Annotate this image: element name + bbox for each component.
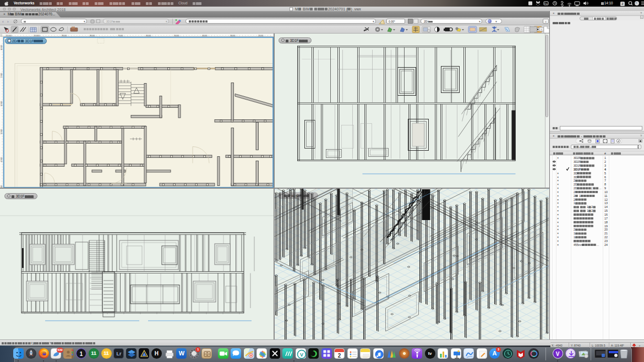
svg-text:2: 2 — [574, 198, 575, 201]
svg-text:12: 12 — [604, 198, 608, 201]
svg-text:2: 2 — [574, 194, 575, 197]
svg-text:4: 4 — [604, 167, 606, 171]
svg-text:23: 23 — [604, 239, 608, 242]
svg-text:×: × — [557, 205, 559, 209]
svg-text:×: × — [557, 183, 559, 186]
svg-text:7000: 7000 — [0, 73, 3, 78]
svg-text:7: 7 — [604, 179, 606, 182]
svg-text:×: × — [557, 201, 559, 205]
svg-text:11: 11 — [604, 194, 608, 197]
svg-text:8000: 8000 — [0, 45, 3, 50]
svg-text:6: 6 — [604, 175, 606, 178]
svg-text:1: 1 — [579, 194, 581, 197]
svg-text:×: × — [557, 216, 559, 220]
svg-text:2: 2 — [591, 205, 593, 209]
svg-text:×: × — [557, 194, 559, 197]
svg-text:8: 8 — [604, 183, 606, 186]
svg-text:20: 20 — [604, 228, 608, 231]
svg-text:7000: 7000 — [118, 34, 123, 36]
svg-text:1: 1 — [587, 205, 588, 209]
svg-text:×: × — [557, 190, 559, 193]
svg-text:2: 2 — [591, 209, 593, 212]
svg-text:18: 18 — [604, 220, 608, 223]
svg-text:×: × — [557, 228, 559, 231]
svg-text:2: 2 — [574, 228, 575, 231]
svg-text:×: × — [557, 175, 559, 178]
svg-text:…: … — [596, 243, 599, 246]
svg-text:16: 16 — [604, 213, 608, 216]
svg-text:V: V — [299, 352, 303, 358]
svg-text:(: ( — [591, 187, 592, 190]
svg-text:×: × — [557, 235, 559, 239]
svg-text:6000: 6000 — [146, 34, 151, 36]
svg-text:19: 19 — [604, 224, 608, 227]
svg-text:×: × — [557, 198, 559, 201]
svg-text:3D: 3D — [574, 175, 577, 178]
svg-text:×: × — [557, 239, 559, 242]
svg-text:5: 5 — [604, 171, 606, 174]
svg-text:3D2F: 3D2F — [574, 156, 581, 160]
svg-text:5000: 5000 — [0, 129, 3, 134]
svg-text:2: 2 — [604, 160, 606, 163]
svg-text:3D: 3D — [574, 171, 577, 174]
svg-text:×: × — [557, 209, 559, 212]
svg-text:5000: 5000 — [174, 34, 179, 36]
svg-text:×: × — [557, 187, 559, 190]
svg-text:14: 14 — [604, 205, 608, 209]
svg-text:×: × — [557, 213, 559, 216]
svg-text:9: 9 — [604, 187, 606, 190]
svg-text:11000: 11000 — [6, 34, 12, 36]
svg-text:2: 2 — [574, 179, 575, 182]
svg-text:21: 21 — [604, 232, 608, 235]
svg-text:3000: 3000 — [230, 34, 236, 36]
svg-text:2D: 2D — [574, 187, 577, 190]
svg-text:4000: 4000 — [202, 34, 208, 36]
svg-text:9000: 9000 — [62, 34, 67, 36]
svg-text:…: … — [599, 187, 602, 190]
svg-text:8000: 8000 — [90, 34, 95, 36]
svg-text:Pw: Pw — [544, 2, 548, 5]
svg-text:×: × — [557, 179, 559, 182]
svg-text:2D: 2D — [574, 183, 577, 186]
svg-text:13: 13 — [604, 201, 608, 205]
svg-text:10000: 10000 — [34, 34, 40, 36]
svg-text:4000: 4000 — [0, 157, 3, 162]
svg-text:22: 22 — [604, 235, 608, 239]
svg-text:3: 3 — [604, 163, 606, 167]
svg-text:×: × — [557, 224, 559, 227]
svg-text:×: × — [557, 171, 559, 174]
svg-text:3D1F: 3D1F — [574, 167, 581, 171]
svg-text:3D1F: 3D1F — [574, 163, 581, 167]
svg-text:×: × — [557, 243, 559, 246]
svg-text:10: 10 — [604, 190, 608, 193]
svg-text:1: 1 — [587, 209, 588, 212]
svg-text:1: 1 — [574, 232, 575, 235]
svg-text:1: 1 — [574, 201, 575, 205]
svg-text:×: × — [557, 156, 559, 160]
svg-text:6000: 6000 — [0, 101, 3, 106]
svg-text:15: 15 — [604, 209, 608, 212]
svg-text:3D2F: 3D2F — [574, 160, 581, 163]
svg-text:2: 2 — [574, 190, 575, 193]
svg-text:2000: 2000 — [258, 34, 264, 36]
svg-text:17: 17 — [604, 216, 608, 220]
svg-text:×: × — [557, 220, 559, 223]
svg-text:24: 24 — [604, 243, 608, 246]
svg-text:1: 1 — [574, 235, 575, 239]
svg-text:1: 1 — [604, 156, 606, 160]
svg-text:×: × — [557, 232, 559, 235]
